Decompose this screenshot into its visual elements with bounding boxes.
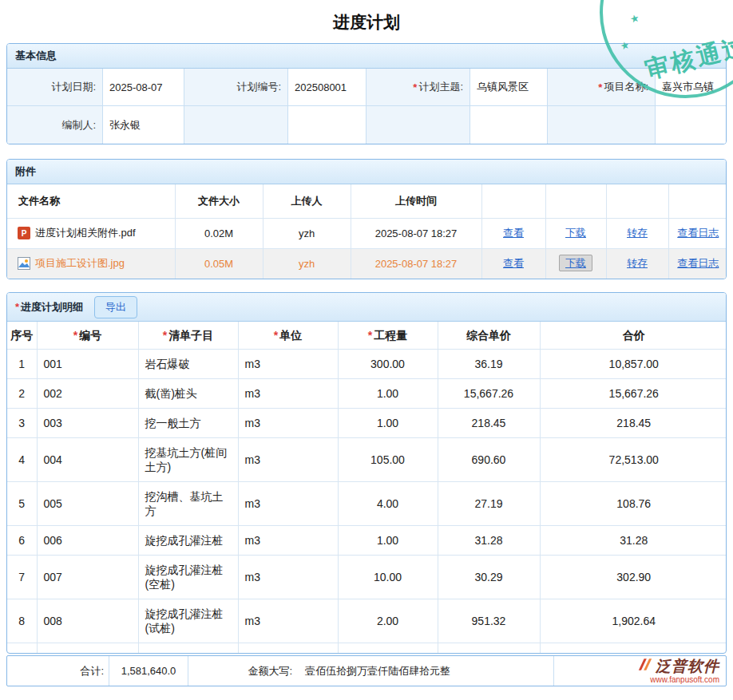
col-upload-time: 上传时间 bbox=[351, 184, 481, 218]
pdf-file-icon: P bbox=[18, 227, 30, 239]
cell-code: 004 bbox=[37, 437, 138, 481]
cell-unit: m3 bbox=[238, 525, 338, 555]
empty-cell bbox=[656, 106, 726, 144]
image-file-icon bbox=[18, 257, 30, 270]
view-link[interactable]: 查看 bbox=[503, 257, 524, 269]
details-section: * 进度计划明细 导出 序号 *编号 *清单子目 *单位 *工程量 综合单价 合… bbox=[6, 292, 727, 654]
attachments-header: 附件 bbox=[7, 160, 726, 184]
cell-unit: m3 bbox=[238, 599, 338, 643]
save-as-link[interactable]: 转存 bbox=[627, 257, 648, 269]
cell-seq: 6 bbox=[7, 525, 37, 555]
col-action-saveas bbox=[606, 184, 668, 218]
cell-total: 302.90 bbox=[540, 555, 727, 599]
view-log-link[interactable]: 查看日志 bbox=[677, 257, 719, 269]
detail-row: 7 007 旋挖成孔灌注桩(空桩) m3 10.00 30.29 302.90 bbox=[7, 555, 727, 599]
cell-item: 挖沟槽、基坑土方 bbox=[138, 481, 238, 525]
summary-bar: 合计: 1,581,640.0 金额大写: 壹佰伍拾捌万壹仟陆佰肆拾元整 泛普软… bbox=[6, 655, 727, 686]
attachment-uploader: yzh bbox=[263, 248, 351, 279]
cell-price: 690.60 bbox=[438, 437, 540, 481]
plan-subject-value: 乌镇风景区 bbox=[470, 69, 548, 106]
project-name-value: 嘉兴市乌镇 bbox=[656, 69, 726, 106]
project-name-label: *项目名称: bbox=[548, 69, 656, 106]
empty-cell bbox=[548, 106, 656, 144]
col-total: 合价 bbox=[540, 322, 727, 349]
cell-seq: 4 bbox=[7, 437, 37, 481]
cell-unit: m3 bbox=[238, 437, 338, 481]
view-link[interactable]: 查看 bbox=[503, 227, 524, 239]
cell-item: 挖一般土方 bbox=[138, 408, 238, 437]
cell-seq: 1 bbox=[7, 349, 37, 378]
detail-row: 3 003 挖一般土方 m3 1.00 218.45 218.45 bbox=[7, 408, 727, 437]
col-item: *清单子目 bbox=[138, 322, 238, 349]
view-log-link[interactable]: 查看日志 bbox=[677, 227, 719, 239]
required-marker: * bbox=[598, 81, 602, 93]
amount-words-value: 壹佰伍拾捌万壹仟陆佰肆拾元整 bbox=[297, 656, 554, 686]
attachments-header-row: 文件名称 文件大小 上传人 上传时间 bbox=[7, 184, 727, 218]
cell-total: 108.76 bbox=[540, 481, 727, 525]
total-value: 1,581,640.0 bbox=[109, 656, 188, 686]
cell-seq: 3 bbox=[7, 408, 37, 437]
col-file-size: 文件大小 bbox=[175, 184, 263, 218]
detail-row: 1 001 岩石爆破 m3 300.00 36.19 10,857.00 bbox=[7, 349, 727, 378]
cell-code: 002 bbox=[37, 378, 138, 408]
detail-row: 8 008 旋挖成孔灌注桩(试桩) m3 2.00 951.32 1,902.6… bbox=[7, 599, 727, 643]
cell-item: 旋挖成孔灌注桩 bbox=[138, 525, 238, 555]
cell-item: 截(凿)桩头 bbox=[138, 378, 238, 408]
cell-code: 001 bbox=[37, 349, 138, 378]
cell-code: 005 bbox=[37, 481, 138, 525]
basic-info-header: 基本信息 bbox=[7, 44, 726, 69]
attachment-uploader: yzh bbox=[263, 218, 351, 248]
cell-unit: m3 bbox=[238, 555, 338, 599]
cell-qty: 10.00 bbox=[338, 555, 438, 599]
cell-seq: 2 bbox=[7, 378, 37, 408]
detail-row-clipped bbox=[7, 643, 727, 653]
cell-item: 旋挖成孔灌注桩(空桩) bbox=[138, 555, 238, 599]
cell-total: 31.28 bbox=[540, 525, 727, 555]
cell-seq: 5 bbox=[7, 481, 37, 525]
cell-price: 951.32 bbox=[438, 599, 540, 643]
col-code: *编号 bbox=[37, 322, 138, 349]
empty-cell bbox=[184, 106, 288, 144]
empty-cell bbox=[288, 106, 366, 144]
plan-date-label: 计划日期: bbox=[7, 69, 103, 106]
cell-seq: 8 bbox=[7, 599, 37, 643]
cell-total: 10,857.00 bbox=[540, 349, 727, 378]
col-file-name: 文件名称 bbox=[7, 184, 175, 218]
cell-total: 15,667.26 bbox=[540, 378, 727, 408]
basic-info-section: 基本信息 计划日期: 2025-08-07 计划编号: 202508001 *计… bbox=[6, 43, 727, 144]
col-action-download bbox=[545, 184, 606, 218]
plan-number-label: 计划编号: bbox=[184, 69, 288, 106]
cell-code: 008 bbox=[37, 599, 138, 643]
attachments-title: 附件 bbox=[15, 165, 36, 177]
cell-seq: 7 bbox=[7, 555, 37, 599]
cell-qty: 300.00 bbox=[338, 349, 438, 378]
plan-subject-label: *计划主题: bbox=[366, 69, 470, 106]
save-as-link[interactable]: 转存 bbox=[627, 227, 648, 239]
cell-item: 岩石爆破 bbox=[138, 349, 238, 378]
basic-info-grid: 计划日期: 2025-08-07 计划编号: 202508001 *计划主题: … bbox=[7, 69, 726, 144]
details-header-row: 序号 *编号 *清单子目 *单位 *工程量 综合单价 合价 bbox=[7, 322, 727, 349]
creator-label: 编制人: bbox=[7, 106, 103, 144]
attachment-file-name: 项目施工设计图.jpg bbox=[35, 256, 125, 271]
col-price: 综合单价 bbox=[438, 322, 540, 349]
cell-price: 36.19 bbox=[438, 349, 540, 378]
export-button[interactable]: 导出 bbox=[94, 296, 137, 318]
summary-spacer bbox=[188, 656, 232, 686]
cell-code: 006 bbox=[37, 525, 138, 555]
cell-qty: 2.00 bbox=[338, 599, 438, 643]
cell-unit: m3 bbox=[238, 481, 338, 525]
cell-qty: 4.00 bbox=[338, 481, 438, 525]
cell-item: 挖基坑土方(桩间土方) bbox=[138, 437, 238, 481]
creator-value: 张永银 bbox=[103, 106, 184, 144]
download-link[interactable]: 下载 bbox=[565, 227, 586, 239]
attachment-row[interactable]: P 进度计划相关附件.pdf 0.02M yzh 2025-08-07 18:2… bbox=[7, 218, 727, 248]
cell-code: 003 bbox=[37, 408, 138, 437]
brand-url: www.fanpusoft.com bbox=[554, 675, 719, 685]
details-title: 进度计划明细 bbox=[21, 300, 83, 314]
col-qty: *工程量 bbox=[338, 322, 438, 349]
download-link[interactable]: 下载 bbox=[559, 255, 592, 271]
attachment-row[interactable]: 项目施工设计图.jpg 0.05M yzh 2025-08-07 18:27 查… bbox=[7, 248, 727, 279]
attachment-file-size: 0.02M bbox=[175, 218, 263, 248]
cell-total: 72,513.00 bbox=[540, 437, 727, 481]
attachments-section: 附件 文件名称 文件大小 上传人 上传时间 P 进度计划相关附件.pdf bbox=[6, 159, 727, 279]
